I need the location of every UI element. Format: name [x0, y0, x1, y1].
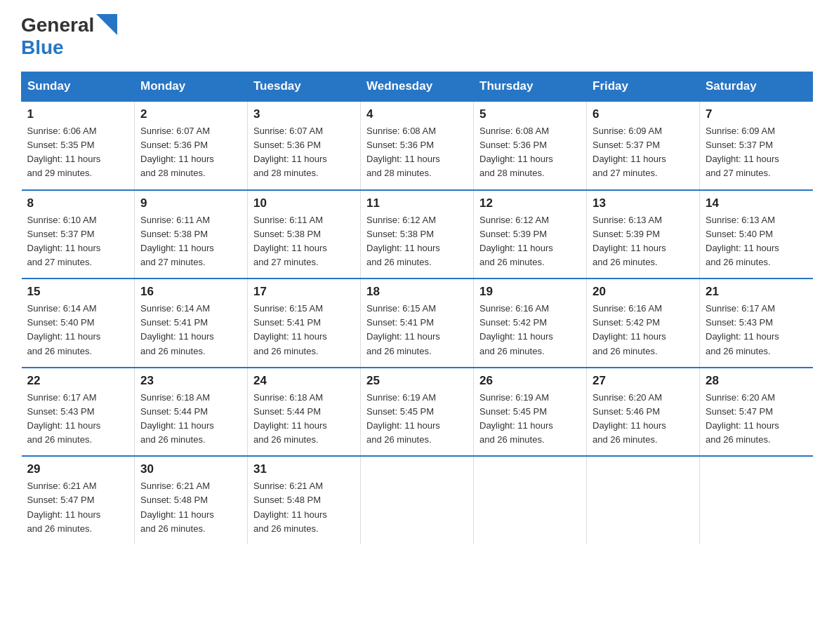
- day-number: 25: [366, 374, 468, 388]
- day-cell: 21 Sunrise: 6:17 AMSunset: 5:43 PMDaylig…: [700, 279, 813, 368]
- day-info: Sunrise: 6:19 AMSunset: 5:45 PMDaylight:…: [479, 391, 581, 448]
- day-number: 31: [253, 462, 355, 476]
- day-cell: 9 Sunrise: 6:11 AMSunset: 5:38 PMDayligh…: [135, 190, 248, 279]
- day-info: Sunrise: 6:09 AMSunset: 5:37 PMDaylight:…: [593, 124, 694, 181]
- day-cell: [474, 456, 587, 544]
- day-cell: 28 Sunrise: 6:20 AMSunset: 5:47 PMDaylig…: [700, 368, 813, 457]
- day-number: 7: [706, 107, 807, 121]
- day-number: 17: [253, 285, 355, 299]
- day-cell: 4 Sunrise: 6:08 AMSunset: 5:36 PMDayligh…: [361, 101, 474, 190]
- day-info: Sunrise: 6:12 AMSunset: 5:39 PMDaylight:…: [479, 213, 581, 270]
- day-info: Sunrise: 6:20 AMSunset: 5:47 PMDaylight:…: [706, 391, 807, 448]
- day-number: 9: [140, 196, 241, 210]
- day-cell: 26 Sunrise: 6:19 AMSunset: 5:45 PMDaylig…: [474, 368, 587, 457]
- day-number: 15: [27, 285, 129, 299]
- weekday-header-row: SundayMondayTuesdayWednesdayThursdayFrid…: [22, 72, 813, 102]
- week-row-1: 1 Sunrise: 6:06 AMSunset: 5:35 PMDayligh…: [22, 101, 813, 190]
- day-number: 30: [140, 462, 241, 476]
- day-info: Sunrise: 6:06 AMSunset: 5:35 PMDaylight:…: [27, 124, 129, 181]
- day-cell: 5 Sunrise: 6:08 AMSunset: 5:36 PMDayligh…: [474, 101, 587, 190]
- day-cell: 17 Sunrise: 6:15 AMSunset: 5:41 PMDaylig…: [248, 279, 361, 368]
- day-number: 8: [27, 196, 129, 210]
- day-number: 24: [253, 374, 355, 388]
- day-info: Sunrise: 6:13 AMSunset: 5:39 PMDaylight:…: [593, 213, 694, 270]
- day-cell: 24 Sunrise: 6:18 AMSunset: 5:44 PMDaylig…: [248, 368, 361, 457]
- day-cell: 20 Sunrise: 6:16 AMSunset: 5:42 PMDaylig…: [587, 279, 700, 368]
- logo: General Blue: [21, 14, 117, 59]
- day-number: 14: [706, 196, 807, 210]
- day-info: Sunrise: 6:07 AMSunset: 5:36 PMDaylight:…: [253, 124, 355, 181]
- day-info: Sunrise: 6:09 AMSunset: 5:37 PMDaylight:…: [706, 124, 807, 181]
- day-cell: [587, 456, 700, 544]
- logo-general: General: [21, 14, 94, 36]
- day-info: Sunrise: 6:21 AMSunset: 5:47 PMDaylight:…: [27, 479, 129, 536]
- day-cell: 18 Sunrise: 6:15 AMSunset: 5:41 PMDaylig…: [361, 279, 474, 368]
- day-info: Sunrise: 6:21 AMSunset: 5:48 PMDaylight:…: [140, 479, 241, 536]
- logo-blue: Blue: [21, 36, 64, 58]
- day-info: Sunrise: 6:08 AMSunset: 5:36 PMDaylight:…: [366, 124, 468, 181]
- day-cell: 31 Sunrise: 6:21 AMSunset: 5:48 PMDaylig…: [248, 456, 361, 544]
- day-number: 20: [593, 285, 694, 299]
- day-info: Sunrise: 6:17 AMSunset: 5:43 PMDaylight:…: [706, 302, 807, 358]
- header-wednesday: Wednesday: [361, 72, 474, 102]
- day-number: 1: [27, 107, 129, 121]
- day-number: 23: [140, 374, 241, 388]
- day-cell: 29 Sunrise: 6:21 AMSunset: 5:47 PMDaylig…: [22, 456, 135, 544]
- day-number: 6: [593, 107, 694, 121]
- day-number: 21: [706, 285, 807, 299]
- day-cell: 8 Sunrise: 6:10 AMSunset: 5:37 PMDayligh…: [22, 190, 135, 279]
- day-number: 27: [593, 374, 694, 388]
- week-row-5: 29 Sunrise: 6:21 AMSunset: 5:47 PMDaylig…: [22, 456, 813, 544]
- day-cell: [361, 456, 474, 544]
- day-number: 3: [253, 107, 355, 121]
- day-number: 11: [366, 196, 468, 210]
- day-number: 29: [27, 462, 129, 476]
- day-cell: 10 Sunrise: 6:11 AMSunset: 5:38 PMDaylig…: [248, 190, 361, 279]
- day-cell: 6 Sunrise: 6:09 AMSunset: 5:37 PMDayligh…: [587, 101, 700, 190]
- day-info: Sunrise: 6:14 AMSunset: 5:40 PMDaylight:…: [27, 302, 129, 358]
- logo-triangle-icon: [96, 14, 117, 35]
- svg-marker-0: [96, 14, 117, 35]
- day-cell: 30 Sunrise: 6:21 AMSunset: 5:48 PMDaylig…: [135, 456, 248, 544]
- day-cell: [700, 456, 813, 544]
- day-cell: 15 Sunrise: 6:14 AMSunset: 5:40 PMDaylig…: [22, 279, 135, 368]
- day-number: 16: [140, 285, 241, 299]
- day-info: Sunrise: 6:18 AMSunset: 5:44 PMDaylight:…: [253, 391, 355, 448]
- day-info: Sunrise: 6:20 AMSunset: 5:46 PMDaylight:…: [593, 391, 694, 448]
- day-cell: 7 Sunrise: 6:09 AMSunset: 5:37 PMDayligh…: [700, 101, 813, 190]
- header-saturday: Saturday: [700, 72, 813, 102]
- day-cell: 13 Sunrise: 6:13 AMSunset: 5:39 PMDaylig…: [587, 190, 700, 279]
- day-info: Sunrise: 6:10 AMSunset: 5:37 PMDaylight:…: [27, 213, 129, 270]
- day-number: 18: [366, 285, 468, 299]
- header-thursday: Thursday: [474, 72, 587, 102]
- day-cell: 19 Sunrise: 6:16 AMSunset: 5:42 PMDaylig…: [474, 279, 587, 368]
- week-row-3: 15 Sunrise: 6:14 AMSunset: 5:40 PMDaylig…: [22, 279, 813, 368]
- day-number: 2: [140, 107, 241, 121]
- day-info: Sunrise: 6:11 AMSunset: 5:38 PMDaylight:…: [140, 213, 241, 270]
- day-info: Sunrise: 6:15 AMSunset: 5:41 PMDaylight:…: [366, 302, 468, 358]
- header-friday: Friday: [587, 72, 700, 102]
- day-cell: 11 Sunrise: 6:12 AMSunset: 5:38 PMDaylig…: [361, 190, 474, 279]
- day-cell: 12 Sunrise: 6:12 AMSunset: 5:39 PMDaylig…: [474, 190, 587, 279]
- day-number: 4: [366, 107, 468, 121]
- header-monday: Monday: [135, 72, 248, 102]
- day-info: Sunrise: 6:16 AMSunset: 5:42 PMDaylight:…: [593, 302, 694, 358]
- day-number: 12: [479, 196, 581, 210]
- day-cell: 27 Sunrise: 6:20 AMSunset: 5:46 PMDaylig…: [587, 368, 700, 457]
- day-cell: 22 Sunrise: 6:17 AMSunset: 5:43 PMDaylig…: [22, 368, 135, 457]
- day-cell: 1 Sunrise: 6:06 AMSunset: 5:35 PMDayligh…: [22, 101, 135, 190]
- day-number: 5: [479, 107, 581, 121]
- day-info: Sunrise: 6:17 AMSunset: 5:43 PMDaylight:…: [27, 391, 129, 448]
- day-cell: 3 Sunrise: 6:07 AMSunset: 5:36 PMDayligh…: [248, 101, 361, 190]
- day-number: 28: [706, 374, 807, 388]
- calendar-table: SundayMondayTuesdayWednesdayThursdayFrid…: [21, 72, 813, 544]
- day-info: Sunrise: 6:11 AMSunset: 5:38 PMDaylight:…: [253, 213, 355, 270]
- day-cell: 16 Sunrise: 6:14 AMSunset: 5:41 PMDaylig…: [135, 279, 248, 368]
- week-row-2: 8 Sunrise: 6:10 AMSunset: 5:37 PMDayligh…: [22, 190, 813, 279]
- week-row-4: 22 Sunrise: 6:17 AMSunset: 5:43 PMDaylig…: [22, 368, 813, 457]
- day-info: Sunrise: 6:07 AMSunset: 5:36 PMDaylight:…: [140, 124, 241, 181]
- day-info: Sunrise: 6:13 AMSunset: 5:40 PMDaylight:…: [706, 213, 807, 270]
- day-number: 22: [27, 374, 129, 388]
- page-header: General Blue: [21, 14, 813, 59]
- day-number: 26: [479, 374, 581, 388]
